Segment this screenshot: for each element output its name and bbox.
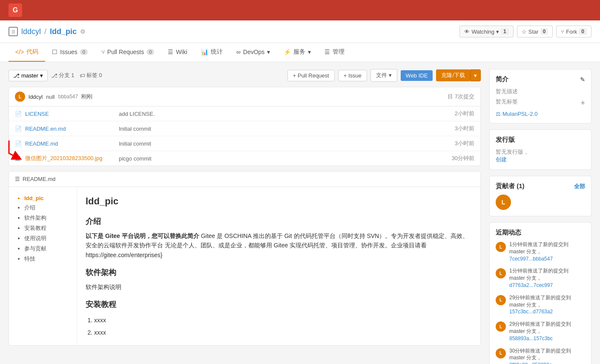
tab-issues-label: Issues	[60, 49, 77, 55]
commit-author[interactable]: lddcyl	[29, 94, 43, 100]
toc-item-intro[interactable]: 介绍	[24, 203, 70, 213]
content-left: ⎇ master ▾ ⎇ 分支 1 🏷 标签 0 + Pull Request …	[9, 69, 481, 364]
clone-download-group: 克隆/下载 ▾	[436, 69, 481, 81]
sidebar-activity-title: 近期动态	[496, 229, 585, 237]
tab-services[interactable]: ⚡ 服务 ▾	[277, 43, 318, 62]
fork-button[interactable]: ⑂ Fork 0	[556, 26, 591, 37]
clone-button[interactable]: 克隆/下载	[436, 69, 470, 81]
file-name-readme[interactable]: README.md	[25, 140, 110, 147]
content-right: 简介 ✎ 暂无描述 暂无标签 + ⚖ MulanPSL-2.0 发行版 暂无发行…	[489, 69, 591, 364]
contributor-avatar[interactable]: L	[496, 195, 511, 210]
activity-text-2: 1分钟前推送了新的提交到 master 分支， d7763a2...7cec99…	[509, 267, 585, 289]
tab-devops[interactable]: ∞ DevOps ▾	[230, 43, 277, 62]
branch-count-icon: ⎇	[51, 72, 57, 79]
activity-link-3[interactable]: 157c3bc...d7763a2	[509, 309, 553, 315]
tab-admin[interactable]: ☰ 管理	[318, 43, 351, 62]
commit-hash[interactable]: bbba547	[58, 94, 78, 100]
activity-link-5[interactable]: 3f99a98...858893a	[509, 362, 552, 364]
file-icon: 📄	[15, 111, 22, 117]
repo-owner[interactable]: lddcyl	[21, 27, 41, 36]
file-name-license[interactable]: LICENSE	[25, 111, 110, 117]
tab-devops-label: DevOps	[243, 49, 265, 55]
tab-wiki[interactable]: ☰ Wiki	[161, 43, 194, 62]
edit-icon[interactable]: ✎	[580, 76, 585, 83]
file-button[interactable]: 文件 ▾	[370, 69, 397, 82]
activity-item-2: L 1分钟前推送了新的提交到 master 分支， d7763a2...7cec…	[496, 267, 585, 289]
activity-link-4[interactable]: 858893a...157c3bc	[509, 335, 553, 341]
toc-item-top[interactable]: ldd_pic	[24, 194, 70, 203]
webide-button[interactable]: Web IDE	[401, 70, 433, 81]
sidebar-intro-title: 简介 ✎	[496, 75, 585, 83]
admin-icon: ☰	[324, 49, 330, 55]
activity-text-4: 29分钟前推送了新的提交到 master 分支， 858893a...157c3…	[509, 321, 585, 342]
readme-title: ldd_pic	[86, 194, 472, 209]
create-release-link[interactable]: 创建	[496, 156, 585, 163]
readme-intro-para: 以下是 Gitee 平台说明，您可以替换此简介 Gitee 是 OSCHINA …	[86, 231, 472, 260]
repo-icon: ☰	[9, 27, 18, 36]
tab-stats[interactable]: 📊 统计	[194, 43, 230, 62]
readme-arch-text: 软件架构说明	[86, 282, 472, 292]
readme-install-item-1: xxxx	[94, 314, 472, 326]
commit-count: 目 7次提交	[448, 93, 474, 100]
star-button[interactable]: ☆ Star 0	[517, 26, 553, 37]
sidebar-intro: 简介 ✎ 暂无描述 暂无标签 + ⚖ MulanPSL-2.0	[489, 69, 591, 123]
file-time-readme: 3小时前	[455, 140, 474, 147]
activity-text-3: 29分钟前推送了新的提交到 master 分支， 157c3bc...d7763…	[509, 294, 585, 315]
star-label: Star	[528, 29, 539, 35]
commit-time: 刚刚	[81, 93, 92, 100]
file-icon: 📄	[15, 126, 22, 132]
activity-link-2[interactable]: d7763a2...7cec997	[509, 282, 553, 288]
code-icon: </>	[15, 49, 24, 55]
toc-item-tricks[interactable]: 特技	[24, 254, 70, 264]
file-row-highlighted: 🖼 微信图片_20210328233500.jpg picgo commit 3…	[9, 151, 480, 166]
add-tag-icon[interactable]: +	[580, 99, 585, 108]
repo-settings-icon[interactable]: ⚙	[80, 28, 86, 35]
issue-button[interactable]: + Issue	[338, 70, 367, 81]
activity-link-1[interactable]: 7cec997...bbba547	[509, 256, 553, 262]
clone-dropdown-button[interactable]: ▾	[470, 69, 481, 81]
file-name-readme-en[interactable]: README.en.md	[25, 126, 110, 132]
services-dropdown-icon: ▾	[308, 49, 311, 55]
tab-stats-label: 统计	[211, 48, 223, 56]
readme-arch-heading: 软件架构	[86, 267, 472, 279]
repo-name[interactable]: ldd_pic	[50, 27, 77, 36]
pull-request-button[interactable]: + Pull Request	[287, 70, 335, 81]
branch-label: master	[21, 72, 38, 79]
toc-item-arch[interactable]: 软件架构	[24, 213, 70, 223]
readme-install-item-2: xxxx	[94, 327, 472, 338]
license-link[interactable]: ⚖ MulanPSL-2.0	[496, 111, 585, 117]
sidebar-release-title: 发行版	[496, 136, 585, 144]
toc-item-usage[interactable]: 使用说明	[24, 233, 70, 244]
branch-info: ⎇ 分支 1 🏷 标签 0	[51, 72, 102, 79]
watching-button[interactable]: 👁 Watching ▾ 1	[459, 26, 513, 37]
tab-code[interactable]: </> 代码	[9, 43, 45, 62]
license-icon: ⚖	[496, 111, 501, 117]
stats-icon: 📊	[201, 49, 208, 55]
file-commit-readme-en: Initial commit	[110, 126, 455, 132]
watching-label: Watching	[471, 29, 494, 35]
file-table: L lddcyl null bbba547 刚刚 目 7次提交 📄 LICENS…	[9, 87, 481, 166]
tab-services-label: 服务	[293, 48, 305, 56]
toc-item-contrib[interactable]: 参与贡献	[24, 244, 70, 254]
activity-avatar-1: L	[496, 242, 506, 252]
file-commit-readme: Initial commit	[110, 140, 455, 147]
tab-issues[interactable]: ☐ Issues 0	[45, 43, 95, 62]
all-contributors-link[interactable]: 全部	[574, 183, 585, 190]
toolbar-right: + Pull Request + Issue 文件 ▾ Web IDE 克隆/下…	[287, 69, 481, 82]
branch-icon: ⎇	[13, 72, 20, 79]
file-name-img[interactable]: 微信图片_20210328233500.jpg	[25, 155, 110, 162]
readme-body: ldd_pic 介绍 软件架构 安装教程 使用说明 参与贡献 特技 ldd_pi…	[9, 187, 480, 345]
activity-item-3: L 29分钟前推送了新的提交到 master 分支， 157c3bc...d77…	[496, 294, 585, 315]
branch-select[interactable]: ⎇ master ▾	[9, 70, 48, 81]
file-commit-license: add LICENSE.	[110, 111, 455, 117]
tag-count: 🏷 标签 0	[80, 72, 102, 79]
file-commit-img: picgo commit	[110, 155, 452, 162]
sidebar-contributors-title: 贡献者 (1) 全部	[496, 182, 585, 190]
tab-code-label: 代码	[26, 48, 38, 56]
issues-badge: 0	[80, 49, 88, 55]
toc-item-install[interactable]: 安装教程	[24, 223, 70, 233]
tab-prs[interactable]: ⑂ Pull Requests 0	[95, 43, 161, 62]
branch-count: ⎇ 分支 1	[51, 72, 75, 79]
commit-row: L lddcyl null bbba547 刚刚 目 7次提交	[9, 87, 480, 106]
tag-icon: 🏷	[80, 72, 85, 79]
